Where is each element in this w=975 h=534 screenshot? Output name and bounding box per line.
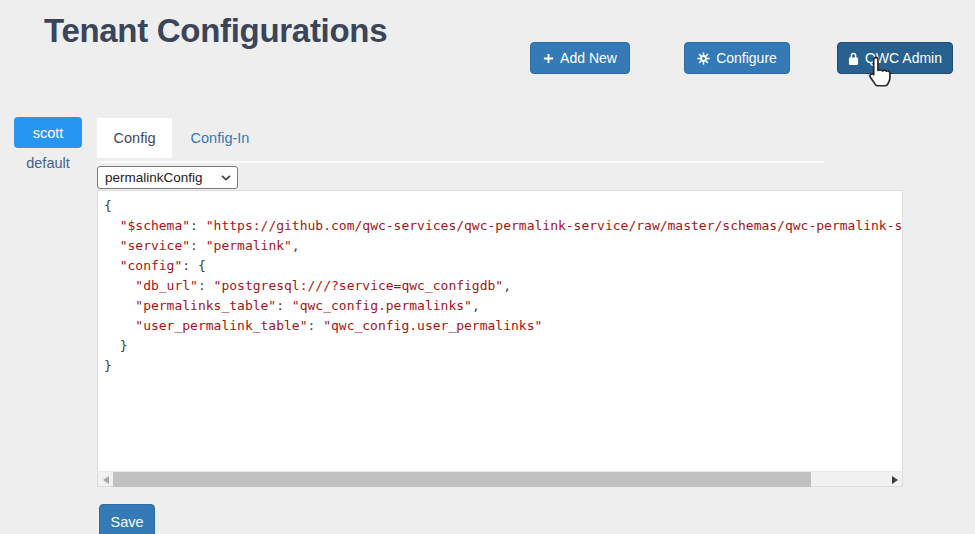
config-editor[interactable]: { "$schema": "https://github.com/qwc-ser… <box>97 190 903 487</box>
qwc-admin-button[interactable]: QWC Admin <box>837 42 953 74</box>
code-line: "$schema": "https://github.com/qwc-servi… <box>104 216 902 236</box>
tab-config-in[interactable]: Config-In <box>172 118 268 158</box>
code-line: "service": "permalink", <box>104 236 902 256</box>
code-line: "permalinks_table": "qwc_config.permalin… <box>104 296 902 316</box>
add-new-label: Add New <box>560 50 617 66</box>
config-file-select-value: permalinkConfig <box>105 170 203 185</box>
sidebar-item-scott[interactable]: scott <box>14 117 82 148</box>
tab-separator <box>97 161 824 163</box>
page-title: Tenant Configurations <box>44 12 387 50</box>
code-line: } <box>104 356 902 376</box>
tenant-configurations-page: { "colors": { "primary": "#337ab7", "pri… <box>0 0 975 534</box>
gear-icon <box>697 52 710 65</box>
config-file-select[interactable]: permalinkConfig <box>97 166 238 189</box>
config-editor-content[interactable]: { "$schema": "https://github.com/qwc-ser… <box>98 191 902 471</box>
configure-button[interactable]: Configure <box>684 42 790 74</box>
scrollbar-thumb[interactable] <box>113 472 811 487</box>
tab-config[interactable]: Config <box>97 118 172 158</box>
qwc-admin-label: QWC Admin <box>865 50 942 66</box>
scroll-left-arrow-icon[interactable] <box>98 472 113 487</box>
configure-label: Configure <box>716 50 777 66</box>
horizontal-scrollbar[interactable] <box>98 471 902 486</box>
add-new-button[interactable]: Add New <box>530 42 630 74</box>
plus-icon <box>543 53 554 64</box>
chevron-down-icon <box>221 175 231 181</box>
code-line: "db_url": "postgresql:///?service=qwc_co… <box>104 276 902 296</box>
code-line: "user_permalink_table": "qwc_config.user… <box>104 316 902 336</box>
code-line: } <box>104 336 902 356</box>
code-line: "config": { <box>104 256 902 276</box>
sidebar-item-default[interactable]: default <box>14 151 82 175</box>
scroll-right-arrow-icon[interactable] <box>887 472 902 487</box>
lock-icon <box>848 52 859 65</box>
save-button[interactable]: Save <box>99 504 155 534</box>
code-line: { <box>104 196 902 216</box>
